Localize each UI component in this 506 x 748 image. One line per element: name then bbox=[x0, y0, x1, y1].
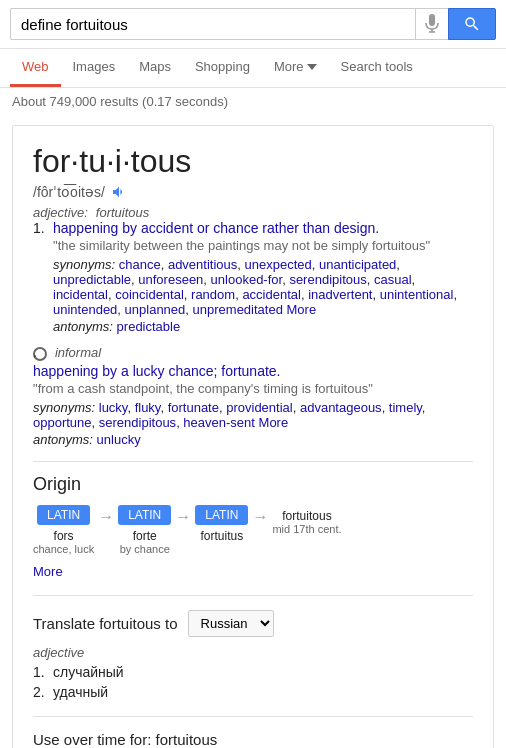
origin-section: Origin LATIN fors chance, luck → LATIN f… bbox=[33, 461, 473, 579]
tab-more[interactable]: More bbox=[262, 49, 329, 87]
usage-title: Use over time for: fortuitous bbox=[33, 731, 473, 748]
etym-arrow-3: → bbox=[248, 508, 272, 526]
origin-more-link[interactable]: More bbox=[33, 564, 63, 579]
ant-line-1: antonyms: predictable bbox=[53, 319, 473, 334]
def-example-1: the similarity between the paintings may… bbox=[53, 238, 473, 253]
translate-label: Translate fortuitous to bbox=[33, 615, 178, 632]
results-info: About 749,000 results (0.17 seconds) bbox=[0, 88, 506, 115]
tab-images[interactable]: Images bbox=[61, 49, 128, 87]
tab-web[interactable]: Web bbox=[10, 49, 61, 87]
syn-line-1: synonyms: chance, adventitious, unexpect… bbox=[53, 257, 473, 317]
search-bar: define fortuitous bbox=[0, 0, 506, 49]
syn-line-2: synonyms: lucky, fluky, fortunate, provi… bbox=[33, 400, 473, 430]
bullet-icon bbox=[33, 347, 47, 361]
translation-item-1: случайный bbox=[33, 664, 473, 680]
translate-header: Translate fortuitous to Russian Spanish … bbox=[33, 610, 473, 637]
search-input[interactable]: define fortuitous bbox=[10, 8, 415, 40]
etym-meaning-4: mid 17th cent. bbox=[272, 523, 341, 535]
search-icon bbox=[463, 15, 481, 33]
search-button[interactable] bbox=[448, 8, 496, 40]
etym-badge-2: LATIN bbox=[118, 505, 171, 525]
definition-list: happening by accident or chance rather t… bbox=[33, 220, 473, 446]
etym-word-2: forte bbox=[133, 529, 157, 543]
pos-label: adjective: fortuitous bbox=[33, 204, 473, 220]
mic-icon bbox=[424, 14, 440, 34]
def-text-1: happening by accident or chance rather t… bbox=[53, 220, 473, 236]
ant-line-2: antonyms: unlucky bbox=[33, 432, 473, 447]
word-title: for·tu·i·tous bbox=[33, 142, 473, 180]
etym-step-4: fortuitous mid 17th cent. bbox=[272, 505, 341, 535]
etym-step-2: LATIN forte by chance bbox=[118, 505, 171, 555]
synonyms-more-1[interactable]: More bbox=[287, 302, 317, 317]
etymology-chain: LATIN fors chance, luck → LATIN forte by… bbox=[33, 505, 473, 555]
nav-tabs: Web Images Maps Shopping More Search too… bbox=[0, 49, 506, 88]
etym-badge-1: LATIN bbox=[37, 505, 90, 525]
svg-rect-0 bbox=[429, 14, 435, 26]
definition-item-2: informal happening by a lucky chance; fo… bbox=[33, 344, 473, 446]
chevron-down-icon bbox=[307, 64, 317, 70]
translate-list: случайный удачный bbox=[33, 664, 473, 700]
def-text-2: happening by a lucky chance; fortunate. bbox=[33, 363, 473, 379]
translate-pos: adjective bbox=[33, 645, 473, 660]
pronunciation: /fôrˈto͞oitəs/ bbox=[33, 184, 473, 200]
etym-arrow-2: → bbox=[171, 508, 195, 526]
translation-item-2: удачный bbox=[33, 684, 473, 700]
etym-meaning-2: by chance bbox=[120, 543, 170, 555]
etym-badge-3: LATIN bbox=[195, 505, 248, 525]
tab-maps[interactable]: Maps bbox=[127, 49, 183, 87]
definition-item-1: happening by accident or chance rather t… bbox=[33, 220, 473, 334]
etym-step-1: LATIN fors chance, luck bbox=[33, 505, 94, 555]
translate-language-select[interactable]: Russian Spanish French German Chinese bbox=[188, 610, 274, 637]
usage-section: Use over time for: fortuitous Mentions 1… bbox=[33, 716, 473, 748]
mic-button[interactable] bbox=[415, 8, 448, 40]
etym-word-4: fortuitous bbox=[282, 509, 331, 523]
etym-meaning-1: chance, luck bbox=[33, 543, 94, 555]
synonyms-more-2[interactable]: More bbox=[259, 415, 289, 430]
def-example-2: from a cash standpoint, the company's ti… bbox=[33, 381, 473, 396]
translate-section: Translate fortuitous to Russian Spanish … bbox=[33, 595, 473, 700]
etym-word-3: fortuitus bbox=[201, 529, 244, 543]
dictionary-card: for·tu·i·tous /fôrˈto͞oitəs/ adjective: … bbox=[12, 125, 494, 748]
etym-word-1: fors bbox=[54, 529, 74, 543]
origin-title: Origin bbox=[33, 474, 473, 495]
tab-search-tools[interactable]: Search tools bbox=[329, 49, 425, 87]
etym-arrow-1: → bbox=[94, 508, 118, 526]
speaker-icon[interactable] bbox=[111, 184, 127, 200]
etym-step-3: LATIN fortuitus bbox=[195, 505, 248, 543]
tab-shopping[interactable]: Shopping bbox=[183, 49, 262, 87]
